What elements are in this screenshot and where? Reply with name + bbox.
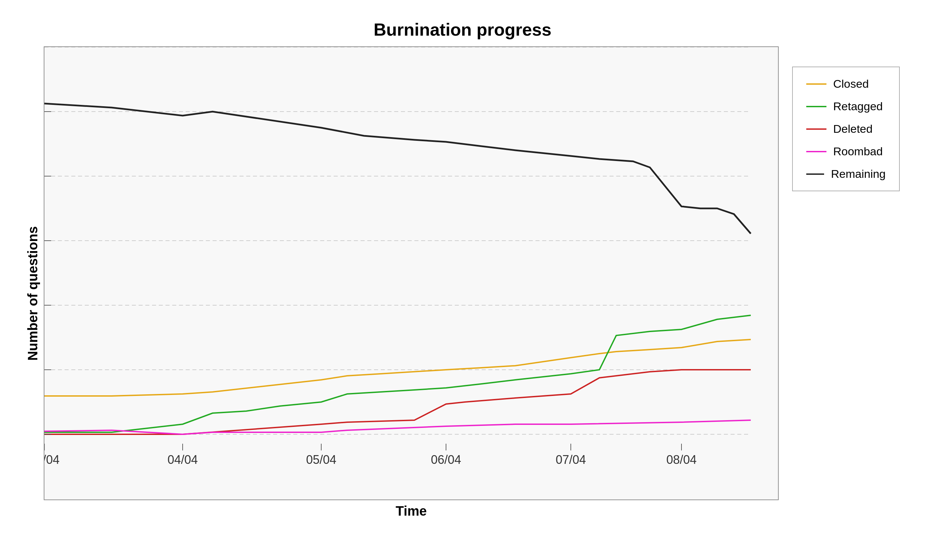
- x-axis-label: Time: [44, 503, 779, 519]
- svg-text:07/04: 07/04: [556, 453, 586, 467]
- legend-label-retagged: Retagged: [833, 100, 883, 113]
- svg-text:04/04: 04/04: [167, 453, 198, 467]
- chart-title: Burnination progress: [374, 20, 551, 40]
- legend-label-remaining: Remaining: [831, 167, 886, 180]
- x-axis-area: Time: [44, 500, 779, 540]
- y-axis-label: Number of questions: [25, 226, 41, 361]
- svg-text:03/04: 03/04: [44, 453, 60, 467]
- legend-item-roombad: Roombad: [806, 145, 886, 158]
- svg-text:06/04: 06/04: [431, 453, 461, 467]
- legend-line-roombad: [806, 151, 826, 152]
- legend-label-roombad: Roombad: [833, 145, 883, 158]
- chart-container: Burnination progress Number of questions: [25, 20, 900, 540]
- legend-line-remaining: [806, 173, 824, 175]
- chart-body: Number of questions .g: [25, 47, 900, 540]
- legend-item-retagged: Retagged: [806, 100, 886, 113]
- plot-area: .gridline { stroke: #bbb; stroke-width: …: [44, 47, 779, 500]
- legend-line-deleted: [806, 128, 826, 130]
- legend-label-closed: Closed: [833, 77, 869, 90]
- legend-line-closed: [806, 83, 826, 85]
- legend-item-deleted: Deleted: [806, 122, 886, 135]
- legend-line-retagged: [806, 106, 826, 107]
- chart-area: .gridline { stroke: #bbb; stroke-width: …: [44, 47, 779, 540]
- svg-text:05/04: 05/04: [306, 453, 336, 467]
- legend-item-remaining: Remaining: [806, 167, 886, 180]
- legend-label-deleted: Deleted: [833, 122, 872, 135]
- legend: Closed Retagged Deleted Roombad Remainin…: [792, 66, 900, 191]
- legend-item-closed: Closed: [806, 77, 886, 90]
- svg-text:08/04: 08/04: [666, 453, 697, 467]
